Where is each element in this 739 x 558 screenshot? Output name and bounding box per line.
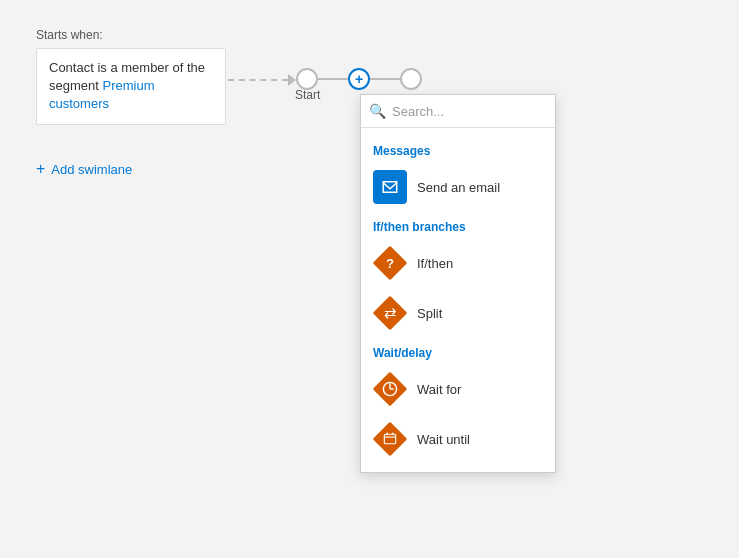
wait-until-label: Wait until	[417, 432, 470, 447]
send-email-label: Send an email	[417, 180, 500, 195]
node-circle-plus[interactable]: +	[348, 68, 370, 90]
menu-item-wait-for[interactable]: Wait for	[361, 364, 555, 414]
svg-rect-8	[373, 422, 407, 456]
svg-text:?: ?	[386, 256, 394, 271]
dashed-line	[228, 79, 288, 81]
menu-item-ifthen[interactable]: ? If/then	[361, 238, 555, 288]
trigger-card: Contact is a member of the segment Premi…	[36, 48, 226, 125]
send-email-icon	[373, 170, 407, 204]
connector-line-2	[318, 78, 348, 80]
action-dropdown-panel: 🔍 Messages Send an email If/then branche…	[360, 94, 556, 473]
wait-until-icon	[373, 422, 407, 456]
email-svg	[381, 178, 399, 196]
dropdown-content: Messages Send an email If/then branches …	[361, 128, 555, 472]
ifthen-icon: ?	[373, 246, 407, 280]
section-label-ifthen: If/then branches	[361, 212, 555, 238]
split-label: Split	[417, 306, 442, 321]
add-swimlane-icon: +	[36, 160, 45, 178]
arrow-head	[288, 74, 296, 86]
node-circle-end[interactable]	[400, 68, 422, 90]
ifthen-label: If/then	[417, 256, 453, 271]
section-label-messages: Messages	[361, 136, 555, 162]
canvas: Starts when: Contact is a member of the …	[0, 0, 739, 558]
node-circle-1[interactable]	[296, 68, 318, 90]
connector-line-3	[370, 78, 400, 80]
connector: +	[228, 68, 422, 90]
search-bar: 🔍	[361, 95, 555, 128]
start-label: Start	[295, 88, 320, 102]
section-label-waitdelay: Wait/delay	[361, 338, 555, 364]
menu-item-send-email[interactable]: Send an email	[361, 162, 555, 212]
add-swimlane-button[interactable]: + Add swimlane	[36, 160, 132, 178]
menu-item-wait-until[interactable]: Wait until	[361, 414, 555, 464]
starts-when-label: Starts when:	[36, 28, 103, 42]
wait-for-icon	[373, 372, 407, 406]
svg-text:⇄: ⇄	[384, 304, 397, 321]
search-input[interactable]	[392, 104, 560, 119]
add-swimlane-label: Add swimlane	[51, 162, 132, 177]
wait-for-label: Wait for	[417, 382, 461, 397]
split-icon: ⇄	[373, 296, 407, 330]
menu-item-split[interactable]: ⇄ Split	[361, 288, 555, 338]
search-icon: 🔍	[369, 103, 386, 119]
